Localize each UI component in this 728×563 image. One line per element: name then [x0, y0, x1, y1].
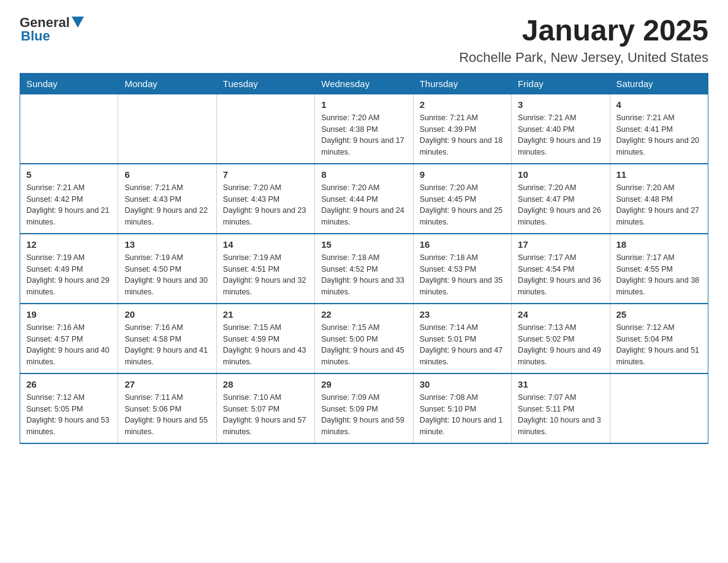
table-row: 25Sunrise: 7:12 AM Sunset: 5:04 PM Dayli… — [610, 304, 708, 373]
day-info: Sunrise: 7:13 AM Sunset: 5:02 PM Dayligh… — [518, 322, 603, 368]
day-info: Sunrise: 7:21 AM Sunset: 4:43 PM Dayligh… — [124, 182, 210, 228]
table-row — [216, 94, 314, 164]
table-row — [610, 373, 708, 443]
day-number: 21 — [223, 309, 308, 320]
table-row: 4Sunrise: 7:21 AM Sunset: 4:41 PM Daylig… — [610, 94, 708, 164]
day-info: Sunrise: 7:08 AM Sunset: 5:10 PM Dayligh… — [420, 392, 505, 438]
table-row: 3Sunrise: 7:21 AM Sunset: 4:40 PM Daylig… — [512, 94, 610, 164]
table-row: 5Sunrise: 7:21 AM Sunset: 4:42 PM Daylig… — [20, 164, 118, 234]
table-row: 27Sunrise: 7:11 AM Sunset: 5:06 PM Dayli… — [118, 373, 216, 443]
day-info: Sunrise: 7:17 AM Sunset: 4:54 PM Dayligh… — [518, 252, 603, 298]
day-info: Sunrise: 7:21 AM Sunset: 4:42 PM Dayligh… — [26, 182, 112, 228]
table-row: 22Sunrise: 7:15 AM Sunset: 5:00 PM Dayli… — [315, 304, 413, 373]
header-thursday: Thursday — [413, 73, 511, 94]
calendar-week-row: 12Sunrise: 7:19 AM Sunset: 4:49 PM Dayli… — [20, 234, 708, 304]
table-row: 6Sunrise: 7:21 AM Sunset: 4:43 PM Daylig… — [118, 164, 216, 234]
table-row: 24Sunrise: 7:13 AM Sunset: 5:02 PM Dayli… — [512, 304, 610, 373]
table-row: 10Sunrise: 7:20 AM Sunset: 4:47 PM Dayli… — [512, 164, 610, 234]
logo-triangle-icon — [72, 17, 84, 29]
header-friday: Friday — [512, 73, 610, 94]
calendar-subtitle: Rochelle Park, New Jersey, United States — [459, 50, 708, 66]
day-number: 23 — [420, 309, 505, 320]
calendar-week-row: 5Sunrise: 7:21 AM Sunset: 4:42 PM Daylig… — [20, 164, 708, 234]
day-info: Sunrise: 7:16 AM Sunset: 4:57 PM Dayligh… — [26, 322, 112, 368]
page-header: General Blue January 2025 Rochelle Park,… — [20, 15, 708, 66]
table-row: 15Sunrise: 7:18 AM Sunset: 4:52 PM Dayli… — [315, 234, 413, 304]
day-number: 7 — [223, 169, 308, 180]
day-info: Sunrise: 7:18 AM Sunset: 4:53 PM Dayligh… — [420, 252, 505, 298]
table-row: 30Sunrise: 7:08 AM Sunset: 5:10 PM Dayli… — [413, 373, 511, 443]
day-number: 22 — [321, 309, 406, 320]
day-number: 24 — [518, 309, 603, 320]
table-row: 28Sunrise: 7:10 AM Sunset: 5:07 PM Dayli… — [216, 373, 314, 443]
calendar-week-row: 19Sunrise: 7:16 AM Sunset: 4:57 PM Dayli… — [20, 304, 708, 373]
day-info: Sunrise: 7:07 AM Sunset: 5:11 PM Dayligh… — [518, 392, 603, 438]
day-info: Sunrise: 7:11 AM Sunset: 5:06 PM Dayligh… — [124, 392, 210, 438]
day-number: 30 — [420, 379, 505, 389]
header-monday: Monday — [118, 73, 216, 94]
table-row: 7Sunrise: 7:20 AM Sunset: 4:43 PM Daylig… — [216, 164, 314, 234]
table-row: 8Sunrise: 7:20 AM Sunset: 4:44 PM Daylig… — [315, 164, 413, 234]
day-info: Sunrise: 7:12 AM Sunset: 5:05 PM Dayligh… — [26, 392, 112, 438]
day-number: 31 — [518, 379, 603, 389]
calendar-header-row: Sunday Monday Tuesday Wednesday Thursday… — [20, 73, 708, 94]
table-row: 2Sunrise: 7:21 AM Sunset: 4:39 PM Daylig… — [413, 94, 511, 164]
table-row — [118, 94, 216, 164]
day-info: Sunrise: 7:19 AM Sunset: 4:51 PM Dayligh… — [223, 252, 308, 298]
day-number: 13 — [124, 239, 210, 250]
table-row: 18Sunrise: 7:17 AM Sunset: 4:55 PM Dayli… — [610, 234, 708, 304]
calendar-week-row: 26Sunrise: 7:12 AM Sunset: 5:05 PM Dayli… — [20, 373, 708, 443]
day-info: Sunrise: 7:15 AM Sunset: 5:00 PM Dayligh… — [321, 322, 406, 368]
day-info: Sunrise: 7:09 AM Sunset: 5:09 PM Dayligh… — [321, 392, 406, 438]
day-number: 26 — [26, 379, 112, 389]
table-row: 13Sunrise: 7:19 AM Sunset: 4:50 PM Dayli… — [118, 234, 216, 304]
calendar-week-row: 1Sunrise: 7:20 AM Sunset: 4:38 PM Daylig… — [20, 94, 708, 164]
day-number: 4 — [616, 99, 702, 110]
day-number: 3 — [518, 99, 603, 110]
day-info: Sunrise: 7:21 AM Sunset: 4:40 PM Dayligh… — [518, 112, 603, 158]
calendar-title: January 2025 — [459, 15, 708, 47]
day-number: 14 — [223, 239, 308, 250]
day-info: Sunrise: 7:20 AM Sunset: 4:43 PM Dayligh… — [223, 182, 308, 228]
day-number: 25 — [616, 309, 702, 320]
table-row: 1Sunrise: 7:20 AM Sunset: 4:38 PM Daylig… — [315, 94, 413, 164]
day-number: 9 — [420, 169, 505, 180]
table-row: 19Sunrise: 7:16 AM Sunset: 4:57 PM Dayli… — [20, 304, 118, 373]
table-row: 17Sunrise: 7:17 AM Sunset: 4:54 PM Dayli… — [512, 234, 610, 304]
day-info: Sunrise: 7:20 AM Sunset: 4:47 PM Dayligh… — [518, 182, 603, 228]
day-info: Sunrise: 7:20 AM Sunset: 4:48 PM Dayligh… — [616, 182, 702, 228]
day-info: Sunrise: 7:20 AM Sunset: 4:45 PM Dayligh… — [420, 182, 505, 228]
table-row: 29Sunrise: 7:09 AM Sunset: 5:09 PM Dayli… — [315, 373, 413, 443]
day-number: 1 — [321, 99, 406, 110]
table-row: 21Sunrise: 7:15 AM Sunset: 4:59 PM Dayli… — [216, 304, 314, 373]
table-row: 14Sunrise: 7:19 AM Sunset: 4:51 PM Dayli… — [216, 234, 314, 304]
day-number: 18 — [616, 239, 702, 250]
header-tuesday: Tuesday — [216, 73, 314, 94]
day-number: 11 — [616, 169, 702, 180]
header-wednesday: Wednesday — [315, 73, 413, 94]
day-info: Sunrise: 7:14 AM Sunset: 5:01 PM Dayligh… — [420, 322, 505, 368]
day-number: 15 — [321, 239, 406, 250]
day-number: 20 — [124, 309, 210, 320]
logo: General Blue — [20, 15, 84, 44]
day-info: Sunrise: 7:16 AM Sunset: 4:58 PM Dayligh… — [124, 322, 210, 368]
table-row: 23Sunrise: 7:14 AM Sunset: 5:01 PM Dayli… — [413, 304, 511, 373]
day-info: Sunrise: 7:15 AM Sunset: 4:59 PM Dayligh… — [223, 322, 308, 368]
day-info: Sunrise: 7:20 AM Sunset: 4:44 PM Dayligh… — [321, 182, 406, 228]
day-number: 6 — [124, 169, 210, 180]
day-number: 8 — [321, 169, 406, 180]
day-info: Sunrise: 7:19 AM Sunset: 4:50 PM Dayligh… — [124, 252, 210, 298]
day-number: 5 — [26, 169, 112, 180]
table-row: 26Sunrise: 7:12 AM Sunset: 5:05 PM Dayli… — [20, 373, 118, 443]
header-sunday: Sunday — [20, 73, 118, 94]
table-row: 16Sunrise: 7:18 AM Sunset: 4:53 PM Dayli… — [413, 234, 511, 304]
calendar-table: Sunday Monday Tuesday Wednesday Thursday… — [20, 73, 708, 444]
day-number: 17 — [518, 239, 603, 250]
day-info: Sunrise: 7:20 AM Sunset: 4:38 PM Dayligh… — [321, 112, 406, 158]
svg-marker-0 — [72, 17, 84, 28]
day-number: 10 — [518, 169, 603, 180]
day-number: 27 — [124, 379, 210, 389]
day-number: 19 — [26, 309, 112, 320]
table-row: 11Sunrise: 7:20 AM Sunset: 4:48 PM Dayli… — [610, 164, 708, 234]
day-info: Sunrise: 7:19 AM Sunset: 4:49 PM Dayligh… — [26, 252, 112, 298]
